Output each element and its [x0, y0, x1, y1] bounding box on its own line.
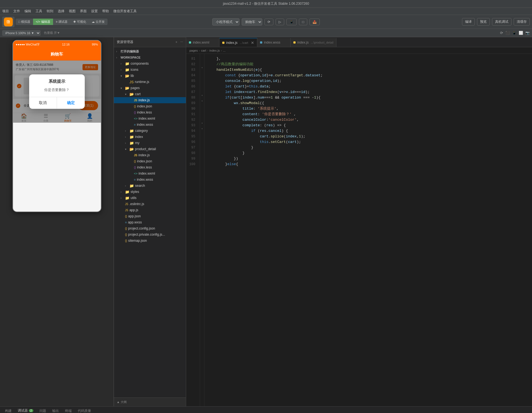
code-content[interactable]: }, //商品数量的编辑功能 handleItemNumEdit(e){ con… — [204, 54, 532, 406]
tree-item-sitemap[interactable]: {} sitemap.json — [114, 238, 186, 244]
gutter-89[interactable]: ▾ — [200, 98, 204, 104]
app-select[interactable]: 购物车 — [242, 18, 262, 26]
tree-item-app-wxss[interactable]: ≡ app.wxss — [114, 219, 186, 225]
tab-index-js-pd[interactable]: index.js ...\product_detail — [291, 38, 336, 47]
tree-item-utils[interactable]: › 📁 utils — [114, 195, 186, 201]
modal-confirm-btn[interactable]: 确定 — [57, 97, 85, 109]
tree-item-category[interactable]: › 📁 category — [114, 128, 186, 134]
tree-item-cart-index-json[interactable]: {} index.json — [114, 103, 186, 109]
tree-item-pd-index-wxss[interactable]: ≡ index.wxss — [114, 177, 186, 183]
menu-tool[interactable]: 工具 — [36, 9, 42, 14]
tab-index-wxss[interactable]: index.wxss — [257, 38, 291, 47]
tree-item-cart-index-wxml[interactable]: <> index.wxml — [114, 115, 186, 122]
tab-close-js[interactable]: ✕ — [251, 41, 254, 45]
tree-item-pd-index-wxml[interactable]: <> index.wxml — [114, 170, 186, 177]
tree-item-components[interactable]: › 📁 components — [114, 61, 186, 67]
fullscreen-icon[interactable]: ⬜ — [519, 31, 523, 35]
new-file-icon[interactable]: ＋ — [175, 40, 178, 44]
tree-item-pd-index-less[interactable]: {} index.less — [114, 164, 186, 170]
tree-item-project-config[interactable]: {} project.config.json — [114, 225, 186, 231]
menu-interface[interactable]: 界面 — [80, 9, 87, 14]
preview-btn[interactable]: 预览 — [477, 18, 490, 26]
project-config-label: project.config.json — [128, 226, 155, 230]
tree-item-cart-index-less[interactable]: {} index.less — [114, 109, 186, 115]
icons-arrow: › — [121, 68, 125, 71]
menu-view[interactable]: 视图 — [69, 9, 76, 14]
preview-icon-btn[interactable]: □ — [299, 19, 307, 25]
refresh-icon[interactable]: ⟳ — [500, 31, 503, 35]
tree-item-my[interactable]: › 📁 my — [114, 140, 186, 146]
open-editors-section[interactable]: › 打开的编辑器 — [114, 48, 186, 54]
bottom-tab-code-quality[interactable]: 代码质量 — [75, 407, 94, 413]
modal-cancel-btn[interactable]: 取消 — [29, 97, 57, 109]
tree-item-eslintrc[interactable]: JS .eslintrc.js — [114, 201, 186, 207]
product-detail-icon: 📂 — [129, 147, 134, 151]
tab-index-js-cart[interactable]: index.js ...\cart ✕ — [219, 38, 257, 47]
tree-item-project-private[interactable]: {} project.private.config.js... — [114, 231, 186, 238]
workspace-section[interactable]: › WORKSPACE — [114, 54, 186, 61]
breadcrumb-indexjs[interactable]: index.js — [209, 49, 220, 52]
tree-item-styles[interactable]: › 📁 styles — [114, 189, 186, 195]
breadcrumb-cart[interactable]: cart — [201, 49, 206, 52]
upload-btn[interactable]: 📤 — [309, 19, 320, 25]
ln-100: 100 — [186, 162, 198, 167]
menu-project[interactable]: 项目 — [2, 9, 9, 14]
menu-goto[interactable]: 转到 — [47, 9, 53, 14]
cloud-btn[interactable]: ☁ 云开发 — [89, 19, 108, 25]
play-btn[interactable]: ▷ — [276, 19, 284, 25]
gutter-83[interactable]: ▾ — [200, 65, 204, 70]
editor-btn[interactable]: </> 编辑器 — [33, 19, 53, 25]
menu-edit[interactable]: 编辑 — [24, 9, 31, 14]
tree-item-pd-index-js[interactable]: JS index.js — [114, 152, 186, 158]
breadcrumb-pages[interactable]: pages — [189, 49, 198, 52]
tree-item-cart-index-js[interactable]: JS index.js — [114, 97, 186, 103]
tree-item-runtime-js[interactable]: JS runtime.js — [114, 79, 186, 85]
mode-select[interactable]: 小程序模式 — [212, 18, 239, 26]
tree-item-index-folder[interactable]: › 📁 index — [114, 134, 186, 140]
gutter-88[interactable]: ▾ — [200, 93, 204, 98]
tree-item-app-js[interactable]: JS app.js — [114, 207, 186, 213]
more-icon[interactable]: ··· — [180, 40, 183, 44]
bottom-panel: 构建 调试器 2 问题 输出 终端 代码质量 Wxml Console Sour… — [0, 406, 532, 413]
clear-cache-btn[interactable]: 清缓存 — [514, 18, 530, 26]
refresh-btn[interactable]: ⟳ — [264, 19, 273, 25]
tree-item-icons-folder[interactable]: › 📁 icons — [114, 67, 186, 73]
bottom-tab-build[interactable]: 构建 — [2, 407, 14, 413]
debugger-btn[interactable]: ≡ 调试器 — [53, 19, 70, 25]
breadcrumb-more[interactable]: ... — [223, 49, 226, 52]
tree-item-app-json[interactable]: {} app.json — [114, 213, 186, 219]
icons-folder-icon: 📁 — [125, 68, 129, 72]
tree-item-pages[interactable]: ▾ 📂 pages — [114, 85, 186, 91]
real-device-btn[interactable]: 真机调试 — [492, 18, 511, 26]
compile-btn[interactable]: 编译 — [462, 18, 475, 26]
tree-item-product-detail[interactable]: ▾ 📂 product_detail — [114, 146, 186, 152]
tab-index-wxml-cart[interactable]: index.wxml — [186, 38, 219, 47]
device-icon[interactable]: 📱 — [512, 31, 516, 35]
tree-item-lib[interactable]: ▾ 📂 lib — [114, 73, 186, 79]
visualize-btn[interactable]: ◈ 可视化 — [70, 19, 89, 25]
menu-wechat-tools[interactable]: 微信开发者工具 — [113, 9, 137, 14]
bottom-tab-terminal[interactable]: 终端 — [62, 407, 74, 413]
expand-panel-btn[interactable]: ▲ 大纲 — [114, 397, 186, 406]
gutter-94[interactable]: ▾ — [200, 126, 204, 132]
stop-icon[interactable]: ⬛ — [505, 31, 510, 35]
gutter-93[interactable]: ▾ — [200, 120, 204, 126]
tree-item-cart-index-wxss[interactable]: ≡ index.wxss — [114, 122, 186, 128]
bottom-tab-output[interactable]: 输出 — [49, 407, 62, 413]
device-select[interactable]: iPhone 5 100% 16 ▼ — [2, 30, 41, 36]
bottom-tab-debugger[interactable]: 调试器 2 — [15, 407, 36, 413]
sub-toolbar-icons: ⟳ ⬛ 📱 ⬜ 📷 — [500, 31, 530, 35]
menu-select[interactable]: 选择 — [58, 9, 64, 14]
ln-94: 94 — [186, 128, 198, 134]
bottom-tab-issues[interactable]: 问题 — [37, 407, 49, 413]
phone-btn[interactable]: 📱 — [286, 19, 297, 25]
menu-settings[interactable]: 设置 — [91, 9, 98, 14]
menu-file[interactable]: 文件 — [13, 9, 20, 14]
simulator-btn[interactable]: □ 模拟器 — [16, 19, 33, 25]
tree-item-search[interactable]: › 📁 search — [114, 183, 186, 189]
menu-help[interactable]: 帮助 — [102, 9, 109, 14]
gutter-90 — [200, 104, 204, 109]
screenshot-icon[interactable]: 📷 — [525, 31, 530, 35]
tree-item-pd-index-json[interactable]: {} index.json — [114, 158, 186, 164]
tree-item-cart[interactable]: ▾ 📂 cart — [114, 91, 186, 97]
